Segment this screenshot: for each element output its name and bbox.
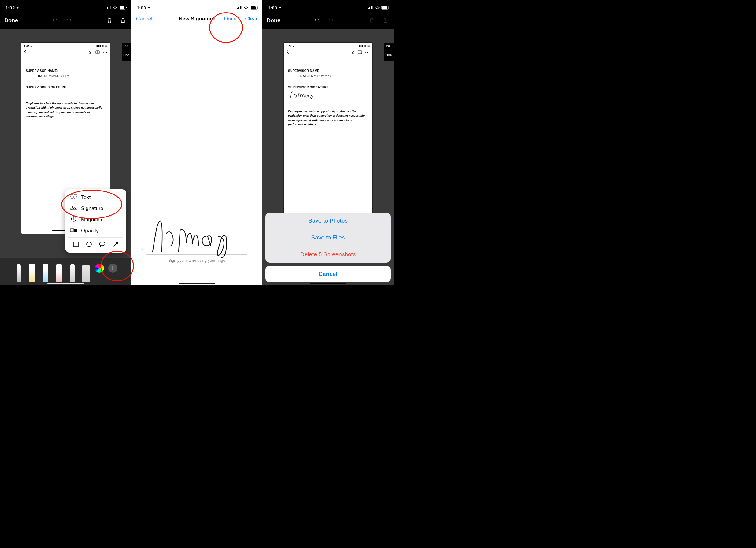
action-sheet: Save to Photos Save to Files Delete 5 Sc… bbox=[265, 213, 391, 282]
thumb-status-bar: 1:02 ◂ ▮▮▮ ⬭ ▭ bbox=[21, 43, 110, 48]
shape-arrow-icon[interactable] bbox=[113, 241, 119, 249]
delete-screenshots-button[interactable]: Delete 5 Screenshots bbox=[265, 246, 391, 263]
redo-icon[interactable] bbox=[65, 17, 72, 24]
trash-icon[interactable] bbox=[368, 17, 376, 24]
location-icon bbox=[278, 6, 282, 9]
tool-lasso[interactable] bbox=[68, 262, 77, 282]
svg-text:T: T bbox=[73, 195, 75, 198]
done-button[interactable]: Done bbox=[224, 16, 237, 22]
svg-rect-12 bbox=[70, 229, 73, 232]
home-indicator-icon bbox=[47, 283, 84, 284]
popup-signature[interactable]: Signature bbox=[65, 203, 126, 214]
back-icon bbox=[286, 50, 289, 55]
status-time: 1:02 bbox=[6, 5, 15, 10]
svg-rect-15 bbox=[73, 242, 78, 247]
cell-signal-icon bbox=[237, 6, 242, 9]
svg-rect-2 bbox=[109, 6, 109, 9]
signature-hint: Sign your name using your finge bbox=[131, 258, 262, 263]
tool-marker[interactable] bbox=[28, 262, 37, 282]
next-thumbnail-sliver[interactable]: 1:0 Don bbox=[122, 43, 131, 61]
text-icon: T bbox=[70, 194, 77, 201]
markup-navbar: Done bbox=[0, 12, 131, 29]
svg-rect-33 bbox=[358, 51, 362, 54]
next-thumbnail-sliver[interactable]: 1:0 Don bbox=[384, 43, 394, 61]
svg-rect-23 bbox=[251, 6, 256, 9]
wifi-icon bbox=[113, 6, 117, 9]
svg-rect-5 bbox=[120, 6, 124, 9]
save-to-photos-button[interactable]: Save to Photos bbox=[265, 213, 391, 229]
wifi-icon bbox=[375, 6, 380, 9]
comment-icon bbox=[358, 50, 362, 54]
undo-icon[interactable] bbox=[51, 17, 59, 24]
tool-pencil[interactable] bbox=[41, 262, 50, 282]
shape-square-icon[interactable] bbox=[73, 241, 79, 249]
tool-ruler[interactable] bbox=[81, 262, 91, 282]
undo-icon[interactable] bbox=[313, 17, 321, 24]
cancel-button[interactable]: Cancel bbox=[136, 16, 152, 22]
home-indicator-icon bbox=[179, 283, 215, 284]
insert-popup: T Text Signature Magnifier Opac bbox=[65, 189, 126, 253]
clear-button[interactable]: Clear bbox=[245, 16, 258, 22]
popup-magnifier[interactable]: Magnifier bbox=[65, 214, 126, 226]
comment-icon bbox=[95, 50, 100, 54]
svg-rect-6 bbox=[126, 7, 127, 8]
home-indicator-icon bbox=[310, 283, 347, 284]
redo-icon[interactable] bbox=[327, 17, 335, 24]
opacity-icon bbox=[70, 228, 77, 234]
done-button[interactable]: Done bbox=[267, 17, 280, 24]
battery-icon bbox=[250, 6, 258, 10]
markup-stage[interactable]: 1:02 ◂ ▮▮▮ ⬭ ▭ ··· SUPERVISOR NAME: DATE… bbox=[0, 29, 131, 285]
svg-rect-26 bbox=[369, 7, 370, 9]
svg-rect-13 bbox=[74, 229, 77, 232]
cell-signal-icon bbox=[368, 6, 373, 9]
disclaimer-text: Employee has had the opportunity to disc… bbox=[26, 101, 106, 119]
svg-rect-20 bbox=[240, 6, 241, 9]
thumb-status-bar: 1:02 ◂ ▮▮▮ ⬭ ▭ bbox=[284, 43, 372, 48]
status-bar: 1:03 bbox=[262, 0, 394, 12]
svg-rect-24 bbox=[258, 7, 258, 8]
svg-point-7 bbox=[89, 51, 91, 53]
location-icon bbox=[16, 6, 19, 9]
right-pane: 1:03 Done 1:02 ◂ ▮▮▮ ⬭ ▭ bbox=[262, 0, 394, 285]
disclaimer-text: Employee has had the opportunity to disc… bbox=[288, 109, 368, 127]
svg-rect-18 bbox=[237, 8, 238, 9]
status-bar: 1:03 bbox=[131, 0, 262, 12]
shape-circle-icon[interactable] bbox=[86, 241, 92, 249]
signature-canvas[interactable]: × Sign your name using your finge bbox=[131, 31, 262, 285]
wifi-icon bbox=[244, 6, 249, 9]
placed-signature bbox=[288, 91, 319, 99]
cancel-button[interactable]: Cancel bbox=[265, 266, 391, 282]
tool-eraser[interactable] bbox=[54, 262, 64, 282]
battery-icon bbox=[381, 6, 389, 10]
save-to-files-button[interactable]: Save to Files bbox=[265, 229, 391, 246]
color-picker[interactable] bbox=[95, 264, 104, 273]
field-supervisor-name: SUPERVISOR NAME: bbox=[26, 69, 106, 72]
shape-speech-icon[interactable] bbox=[99, 241, 106, 249]
field-signature: SUPERVISOR SIGNATURE: bbox=[288, 86, 368, 89]
popup-text[interactable]: T Text bbox=[65, 192, 126, 203]
cell-signal-icon bbox=[106, 6, 111, 9]
share-icon[interactable] bbox=[119, 17, 127, 24]
share-icon[interactable] bbox=[381, 17, 389, 24]
add-button[interactable]: + bbox=[108, 264, 117, 273]
status-time: 1:03 bbox=[268, 5, 277, 10]
x-mark: × bbox=[140, 246, 144, 253]
tool-pen[interactable] bbox=[14, 262, 23, 282]
done-button[interactable]: Done bbox=[4, 17, 18, 24]
field-date: DATE: MM/DD/YYYY bbox=[300, 74, 368, 78]
svg-rect-27 bbox=[371, 6, 372, 9]
trash-icon[interactable] bbox=[106, 17, 113, 24]
location-icon bbox=[147, 6, 150, 9]
popup-opacity[interactable]: Opacity bbox=[65, 226, 126, 236]
svg-rect-0 bbox=[106, 8, 106, 9]
signature-line bbox=[26, 91, 106, 96]
svg-rect-21 bbox=[241, 6, 242, 9]
magnifier-icon bbox=[70, 216, 77, 224]
svg-rect-25 bbox=[368, 8, 369, 9]
add-person-icon bbox=[350, 50, 355, 54]
svg-rect-28 bbox=[372, 6, 373, 9]
status-time: 1:03 bbox=[137, 5, 146, 10]
screenshot-thumbnail[interactable]: 1:02 ◂ ▮▮▮ ⬭ ▭ ··· SUPERVISOR NAME: DATE… bbox=[284, 43, 372, 214]
field-signature: SUPERVISOR SIGNATURE: bbox=[26, 86, 106, 89]
svg-point-32 bbox=[352, 51, 353, 53]
